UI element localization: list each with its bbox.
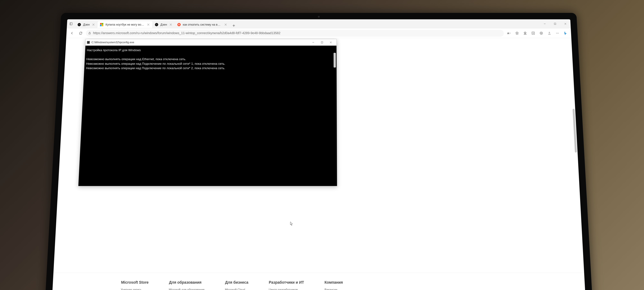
menu-button[interactable] [554,30,561,37]
svg-rect-11 [554,23,556,25]
favorites-list-button[interactable] [522,30,529,37]
yandex-icon: Я [177,23,181,26]
tab-actions-button[interactable] [67,19,75,28]
footer-link[interactable]: Учетная запись [121,288,148,290]
svg-point-21 [549,32,550,33]
svg-point-22 [556,33,557,33]
url-text: https://answers.microsoft.com/ru-ru/wind… [93,31,280,35]
laptop-screen: Дзен Купила ноутбук не могу войти в Дзен [52,19,586,290]
close-icon[interactable] [169,23,172,26]
tabs-container: Дзен Купила ноутбук не могу войти в Дзен [75,19,540,28]
extensions-button[interactable] [538,30,545,37]
footer-link[interactable]: Вакансии [324,288,361,290]
cmd-window: C:\Windows\system32\ipconfig.exe Настрой… [78,39,337,186]
laptop-frame: Дзен Купила ноутбук не могу войти в Дзен [45,13,592,290]
footer-col-store: Microsoft Store Учетная запись [120,280,148,290]
cmd-line: Невозможно выполнять операции над Ethern… [86,57,186,61]
microsoft-footer: Microsoft Store Учетная запись Для образ… [52,273,586,290]
tab-ms-answers[interactable]: Купила ноутбук не могу войти в [97,21,152,28]
footer-col-education: Для образования Microsoft для образовани… [168,280,205,290]
tab-title: Дзен [160,23,167,26]
svg-rect-0 [70,23,72,25]
close-button[interactable] [560,19,571,28]
cmd-titlebar[interactable]: C:\Windows\system32\ipconfig.exe [86,39,336,46]
footer-link[interactable]: Microsoft для образования [169,288,204,290]
new-tab-button[interactable]: + [231,23,237,28]
cmd-line: Невозможно выполнять операции над Подклю… [86,62,226,65]
footer-link[interactable]: Microsoft Cloud [225,288,248,290]
tab-title: Купила ноутбук не могу войти в [106,23,144,26]
page-content: C:\Windows\system32\ipconfig.exe Настрой… [52,38,586,290]
footer-heading: Для образования [169,280,205,285]
cmd-maximize-button[interactable] [318,39,326,46]
page-scrollbar[interactable] [572,109,577,153]
tab-dzen-1[interactable]: Дзен [75,21,98,28]
favorite-button[interactable] [513,30,521,37]
svg-rect-14 [89,33,90,34]
minimize-button[interactable] [539,19,550,28]
mouse-cursor [290,221,293,226]
footer-heading: Microsoft Store [121,280,148,285]
svg-point-19 [540,32,543,34]
refresh-button[interactable] [77,30,84,37]
footer-col-developers: Разработчики и ИТ Центр разработчиков До… [269,280,304,290]
footer-col-business: Для бизнеса Microsoft Cloud Microsoft Se… [225,280,248,290]
svg-point-23 [557,33,558,33]
browser-titlebar: Дзен Купила ноутбук не могу войти в Дзен [67,19,571,28]
footer-heading: Компания [324,280,361,285]
lock-icon [88,32,91,35]
cmd-scrollbar[interactable] [334,53,336,68]
close-icon[interactable] [147,23,150,26]
webcam [318,16,320,18]
collections-button[interactable] [530,30,537,37]
cmd-minimize-button[interactable] [309,39,318,46]
tab-title: Дзен [83,23,90,26]
toolbar-right: A [505,30,569,37]
microsoft-icon [100,23,103,26]
address-bar: https://answers.microsoft.com/ru-ru/wind… [66,28,571,38]
svg-rect-26 [321,42,323,43]
svg-point-24 [558,33,559,33]
tab-title: как откатить систему на виндов [183,23,222,26]
footer-heading: Разработчики и ИТ [269,280,304,285]
footer-col-company: Компания Вакансии О корпорации Майкрософ… [324,280,361,290]
cmd-output[interactable]: Настройка протокола IP для Windows Невоз… [78,46,337,186]
bing-button[interactable] [562,30,569,37]
maximize-button[interactable] [550,19,560,28]
svg-text:A: A [508,32,509,34]
tab-yandex-rollback[interactable]: Я как откатить систему на виндов [175,21,230,28]
browser-window-controls [539,19,571,28]
cmd-icon [87,41,90,44]
footer-link[interactable]: Центр разработчиков [269,288,304,290]
read-aloud-button[interactable]: A [505,30,512,37]
tab-dzen-2[interactable]: Дзен [152,21,175,28]
close-icon[interactable] [224,23,227,26]
svg-line-1 [70,23,71,25]
url-input[interactable]: https://answers.microsoft.com/ru-ru/wind… [86,30,504,37]
cmd-line: Невозможно выполнять операции над Подклю… [86,66,225,70]
back-button[interactable] [68,30,76,37]
cmd-close-button[interactable] [326,39,335,46]
browser-window: Дзен Купила ноутбук не могу войти в Дзен [52,19,586,290]
footer-heading: Для бизнеса [225,280,248,285]
close-icon[interactable] [92,23,95,26]
svg-point-20 [541,33,542,34]
cmd-line [86,53,87,56]
profile-button[interactable] [546,30,553,37]
dzen-icon [155,23,158,26]
cmd-title: C:\Windows\system32\ipconfig.exe [92,41,134,44]
dzen-icon [78,23,81,26]
cmd-line: Настройка протокола IP для Windows [87,48,141,52]
